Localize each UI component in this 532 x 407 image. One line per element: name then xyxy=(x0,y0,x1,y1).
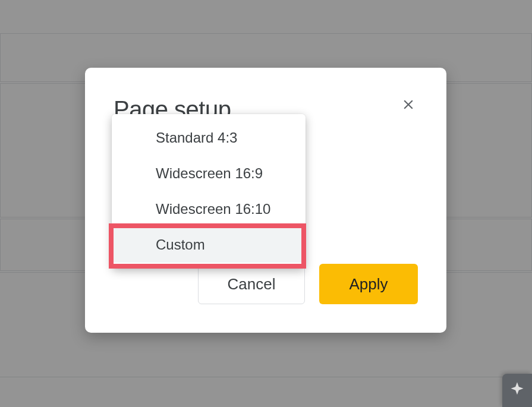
explore-fab[interactable] xyxy=(502,374,532,407)
ratio-dropdown-menu: Standard 4:3 Widescreen 16:9 Widescreen … xyxy=(112,114,306,269)
apply-button[interactable]: Apply xyxy=(319,264,418,304)
sparkle-icon xyxy=(509,381,525,400)
dialog-actions: Cancel Apply xyxy=(198,264,418,304)
dropdown-item-custom[interactable]: Custom xyxy=(112,227,306,263)
dropdown-item-widescreen-16-9[interactable]: Widescreen 16:9 xyxy=(112,156,306,191)
dropdown-item-widescreen-16-10[interactable]: Widescreen 16:10 xyxy=(112,191,306,227)
dropdown-item-standard-4-3[interactable]: Standard 4:3 xyxy=(112,120,306,156)
close-button[interactable] xyxy=(399,96,418,115)
cancel-button[interactable]: Cancel xyxy=(198,264,305,304)
close-icon xyxy=(401,97,416,115)
